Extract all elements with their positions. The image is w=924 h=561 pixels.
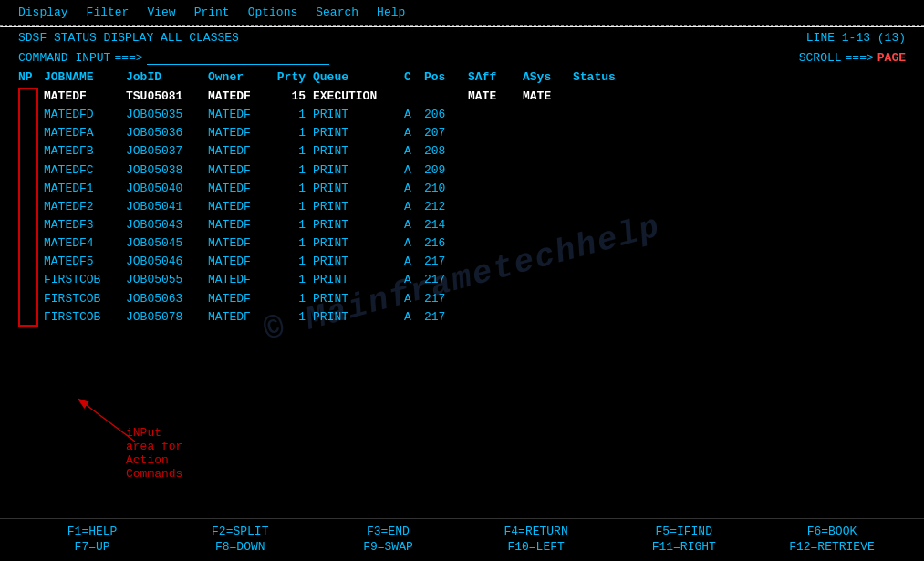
table-row[interactable]: MATEDFC JOB05038 MATEDF 1 PRINT A 209 xyxy=(18,161,906,180)
table-row[interactable]: MATEDF TSU05081 MATEDF 15 EXECUTION MATE… xyxy=(18,88,906,106)
menu-display[interactable]: Display xyxy=(18,5,68,19)
header-np: NP xyxy=(18,70,44,84)
cell-jobid: JOB05037 xyxy=(126,142,208,161)
table-row[interactable]: MATEDF1 JOB05040 MATEDF 1 PRINT A 210 xyxy=(18,180,906,198)
cell-pos: 207 xyxy=(424,124,468,142)
cell-jobid: JOB05036 xyxy=(126,124,208,142)
table-row[interactable]: MATEDFA JOB05036 MATEDF 1 PRINT A 207 xyxy=(18,124,906,142)
cell-owner: MATEDF xyxy=(208,290,276,308)
cell-pos: 206 xyxy=(424,106,468,124)
fkey-f3[interactable]: F3=END xyxy=(314,525,462,538)
cell-prty: 1 xyxy=(276,161,313,180)
cell-prty: 1 xyxy=(276,106,313,124)
table-row[interactable]: MATEDF2 JOB05041 MATEDF 1 PRINT A 212 xyxy=(18,198,906,216)
fkey-f6[interactable]: F6=BOOK xyxy=(758,525,906,538)
cell-jobid: JOB05043 xyxy=(126,216,208,234)
header-queue: Queue xyxy=(313,70,404,84)
header-jobid: JobID xyxy=(126,70,208,84)
header-saff: SAff xyxy=(468,70,523,84)
menu-bar: Display Filter View Print Options Search… xyxy=(0,0,924,26)
fkey-f1[interactable]: F1=HELP xyxy=(18,525,166,538)
table-row[interactable]: MATEDFD JOB05035 MATEDF 1 PRINT A 206 xyxy=(18,106,906,124)
fkey-f9[interactable]: F9=SWAP xyxy=(314,540,462,554)
scroll-label: SCROLL xyxy=(799,51,842,65)
scroll-arrow: ===> xyxy=(846,51,874,65)
menu-search[interactable]: Search xyxy=(316,5,358,19)
cell-pos: 214 xyxy=(424,216,468,234)
cell-queue: PRINT xyxy=(313,271,404,289)
cell-jobid: JOB05063 xyxy=(126,290,208,308)
cell-jobname: FIRSTCOB xyxy=(44,290,126,308)
cell-queue: PRINT xyxy=(313,234,404,253)
annotation-text: iNPut area for Action Commands xyxy=(126,426,182,481)
fkey-f7[interactable]: F7=UP xyxy=(18,540,166,554)
cell-queue: PRINT xyxy=(313,142,404,161)
cell-jobname: MATEDF3 xyxy=(44,216,126,234)
cell-pos: 217 xyxy=(424,271,468,289)
fkey-row1: F1=HELP F2=SPLIT F3=END F4=RETURN F5=IFI… xyxy=(18,525,906,538)
cell-saff: MATE xyxy=(468,88,523,106)
cell-prty: 1 xyxy=(276,290,313,308)
table-row[interactable]: MATEDF3 JOB05043 MATEDF 1 PRINT A 214 xyxy=(18,216,906,234)
menu-options[interactable]: Options xyxy=(248,5,298,19)
header-prty: Prty xyxy=(276,70,313,84)
menu-help[interactable]: Help xyxy=(377,5,405,19)
cell-c: A xyxy=(404,161,424,180)
cell-queue: PRINT xyxy=(313,124,404,142)
cell-owner: MATEDF xyxy=(208,234,276,253)
cell-jobid: JOB05038 xyxy=(126,161,208,180)
cell-owner: MATEDF xyxy=(208,142,276,161)
cell-jobname: MATEDFD xyxy=(44,106,126,124)
cell-prty: 1 xyxy=(276,271,313,289)
cell-queue: PRINT xyxy=(313,253,404,271)
cell-c: A xyxy=(404,234,424,253)
cell-jobid: JOB05040 xyxy=(126,180,208,198)
cell-jobname: MATEDFA xyxy=(44,124,126,142)
fkey-f11[interactable]: F11=RIGHT xyxy=(610,540,758,554)
header-asys: ASys xyxy=(523,70,573,84)
cell-c: A xyxy=(404,216,424,234)
table-row[interactable]: FIRSTCOB JOB05063 MATEDF 1 PRINT A 217 xyxy=(18,290,906,308)
cell-jobid: TSU05081 xyxy=(126,88,208,106)
cell-prty: 1 xyxy=(276,234,313,253)
cell-queue: PRINT xyxy=(313,198,404,216)
cell-pos: 208 xyxy=(424,142,468,161)
cell-jobname: MATEDF1 xyxy=(44,180,126,198)
fkey-f4[interactable]: F4=RETURN xyxy=(462,525,610,538)
command-arrow: ===> xyxy=(114,51,142,65)
cell-queue: PRINT xyxy=(313,106,404,124)
cell-queue: EXECUTION xyxy=(313,88,404,106)
cell-queue: PRINT xyxy=(313,216,404,234)
cell-prty: 1 xyxy=(276,142,313,161)
table-row[interactable]: MATEDF5 JOB05046 MATEDF 1 PRINT A 217 xyxy=(18,253,906,271)
table-row[interactable]: MATEDFB JOB05037 MATEDF 1 PRINT A 208 xyxy=(18,142,906,161)
fkey-f10[interactable]: F10=LEFT xyxy=(462,540,610,554)
table-row[interactable]: FIRSTCOB JOB05055 MATEDF 1 PRINT A 217 xyxy=(18,271,906,289)
cell-pos: 217 xyxy=(424,308,468,327)
cell-c: A xyxy=(404,124,424,142)
command-line: COMMAND INPUT ===> SCROLL ===> PAGE xyxy=(0,48,924,67)
annotation-line1: iNPut area for xyxy=(126,426,182,453)
cell-jobname: FIRSTCOB xyxy=(44,271,126,289)
menu-print[interactable]: Print xyxy=(194,5,230,19)
fkey-f12[interactable]: F12=RETRIEVE xyxy=(758,540,906,554)
scroll-page: PAGE xyxy=(877,51,906,65)
fkey-f5[interactable]: F5=IFIND xyxy=(610,525,758,538)
fkey-f8[interactable]: F8=DOWN xyxy=(166,540,314,554)
menu-view[interactable]: View xyxy=(147,5,175,19)
table-row[interactable]: MATEDF4 JOB05045 MATEDF 1 PRINT A 216 xyxy=(18,234,906,253)
table-row[interactable]: FIRSTCOB JOB05078 MATEDF 1 PRINT A 217 xyxy=(18,308,906,327)
cell-c: A xyxy=(404,180,424,198)
fkey-f2[interactable]: F2=SPLIT xyxy=(166,525,314,538)
cell-c: A xyxy=(404,290,424,308)
cell-prty: 1 xyxy=(276,216,313,234)
cell-c: A xyxy=(404,253,424,271)
cell-jobname: MATEDFB xyxy=(44,142,126,161)
menu-filter[interactable]: Filter xyxy=(87,5,130,19)
cell-owner: MATEDF xyxy=(208,106,276,124)
header-status: Status xyxy=(573,70,646,84)
cell-queue: PRINT xyxy=(313,180,404,198)
cell-owner: MATEDF xyxy=(208,124,276,142)
cell-queue: PRINT xyxy=(313,308,404,327)
command-input[interactable] xyxy=(147,50,329,65)
